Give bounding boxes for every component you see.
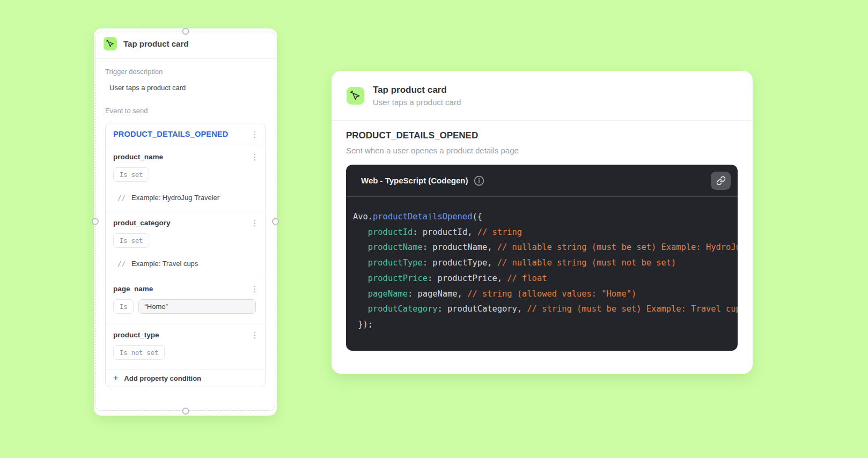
- resize-handle-right[interactable]: [272, 218, 279, 225]
- event-header-row: PRODUCT_DETAILS_OPENED ⋮: [106, 123, 265, 145]
- details-header: Tap product card User taps a product car…: [332, 71, 753, 121]
- plus-icon: +: [113, 374, 118, 382]
- example-text: Example: HydroJug Traveler: [131, 194, 219, 202]
- code-line: productType: productType, // nullable st…: [353, 255, 738, 271]
- property-name: produt_category: [113, 219, 171, 227]
- event-name-link[interactable]: PRODUCT_DETAILS_OPENED: [113, 130, 228, 138]
- property-example: //Example: Travel cups: [113, 260, 260, 268]
- kebab-menu-icon[interactable]: ⋮: [250, 130, 260, 138]
- code-line: produtCategory: produtCategory, // strin…: [353, 301, 738, 317]
- condition-value-input[interactable]: “Home”: [138, 299, 256, 314]
- event-name-heading: PRODUCT_DETAILS_OPENED: [346, 130, 738, 141]
- trigger-card-title: Tap product card: [123, 39, 188, 48]
- property-conditions-list: product_name⋮Is set//Example: HydroJug T…: [106, 145, 265, 369]
- property-condition-row: product_name⋮Is set//Example: HydroJug T…: [106, 145, 265, 211]
- kebab-menu-icon[interactable]: ⋮: [250, 219, 260, 227]
- trigger-card: Tap product card Trigger description Use…: [94, 28, 277, 416]
- event-condition-box: PRODUCT_DETAILS_OPENED ⋮ product_name⋮Is…: [105, 123, 266, 387]
- property-name: product_type: [113, 331, 159, 339]
- code-line: productPrice: productPrice, // float: [353, 271, 738, 286]
- code-line: pageName: pageName, // string (allowed v…: [353, 286, 738, 302]
- resize-handle-top[interactable]: [182, 28, 189, 35]
- code-snippet-header: Web - TypeScript (Codegen): [346, 165, 738, 197]
- code-line: productName: productName, // nullable st…: [353, 240, 738, 255]
- event-description: Sent when a user openes a product detail…: [346, 146, 738, 155]
- resize-handle-bottom[interactable]: [182, 408, 189, 415]
- kebab-menu-icon[interactable]: ⋮: [250, 331, 260, 339]
- add-property-condition-button[interactable]: + Add property condition: [106, 369, 265, 387]
- code-line: Avo.productDetailsOpened({: [353, 209, 738, 225]
- property-condition-row: page_name⋮Is“Home”: [106, 277, 265, 323]
- code-text: Avo.productDetailsOpened({ productId: pr…: [346, 197, 738, 351]
- condition-chip[interactable]: Is not set: [113, 345, 165, 360]
- details-subtitle: User taps a product card: [373, 98, 461, 107]
- details-title: Tap product card: [373, 85, 461, 95]
- add-property-condition-label: Add property condition: [124, 374, 201, 382]
- property-name: page_name: [113, 285, 153, 293]
- event-to-send-label: Event to send: [105, 107, 266, 115]
- property-condition-row: product_type⋮Is not set: [106, 323, 265, 369]
- link-icon: [716, 176, 726, 186]
- property-name: product_name: [113, 153, 163, 161]
- property-condition-row: produt_category⋮Is set//Example: Travel …: [106, 211, 265, 277]
- comment-slashes: //: [117, 194, 126, 202]
- tap-cursor-icon: [104, 37, 117, 50]
- copy-link-button[interactable]: [711, 172, 731, 190]
- condition-chip[interactable]: Is: [113, 299, 134, 314]
- property-example: //Example: HydroJug Traveler: [113, 194, 260, 202]
- code-snippet-block: Web - TypeScript (Codegen) Avo.productDe…: [346, 165, 738, 351]
- condition-chip[interactable]: Is set: [113, 167, 149, 182]
- code-line: });: [353, 317, 738, 333]
- trigger-description-text[interactable]: User taps a product card: [105, 84, 266, 92]
- tap-cursor-icon: [347, 87, 364, 105]
- kebab-menu-icon[interactable]: ⋮: [250, 285, 260, 293]
- event-details-panel: Tap product card User taps a product car…: [332, 71, 753, 374]
- trigger-card-body: Trigger description User taps a product …: [94, 59, 277, 387]
- info-icon[interactable]: [474, 175, 484, 186]
- details-body: PRODUCT_DETAILS_OPENED Sent when a user …: [332, 121, 753, 351]
- code-source-label: Web - TypeScript (Codegen): [361, 176, 468, 185]
- kebab-menu-icon[interactable]: ⋮: [250, 153, 260, 161]
- trigger-description-label: Trigger description: [105, 68, 266, 76]
- condition-chip[interactable]: Is set: [113, 233, 149, 248]
- code-line: productId: productId, // string: [353, 225, 738, 240]
- comment-slashes: //: [117, 260, 126, 268]
- resize-handle-left[interactable]: [92, 218, 99, 225]
- example-text: Example: Travel cups: [131, 260, 198, 268]
